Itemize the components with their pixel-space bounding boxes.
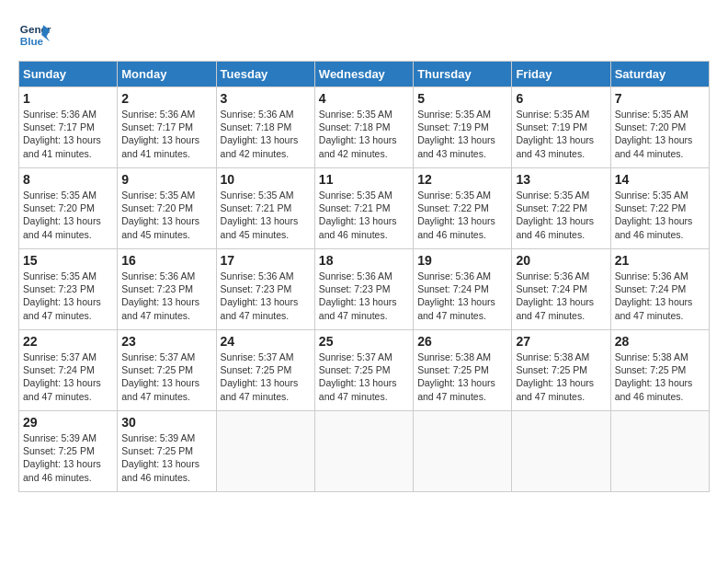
day-info: Sunrise: 5:35 AM Sunset: 7:21 PM Dayligh…	[221, 189, 311, 241]
day-info: Sunrise: 5:35 AM Sunset: 7:21 PM Dayligh…	[319, 189, 409, 241]
day-info: Sunrise: 5:38 AM Sunset: 7:25 PM Dayligh…	[516, 350, 606, 403]
calendar-cell	[610, 411, 709, 492]
day-number: 19	[417, 253, 507, 268]
col-header-monday: Monday	[118, 62, 216, 87]
calendar-cell: 2Sunrise: 5:36 AM Sunset: 7:17 PM Daylig…	[118, 87, 216, 168]
calendar-cell: 26Sunrise: 5:38 AM Sunset: 7:25 PM Dayli…	[414, 330, 512, 411]
day-info: Sunrise: 5:35 AM Sunset: 7:20 PM Dayligh…	[121, 189, 211, 241]
calendar-cell: 4Sunrise: 5:35 AM Sunset: 7:18 PM Daylig…	[314, 87, 413, 168]
day-number: 6	[516, 91, 606, 106]
col-header-friday: Friday	[512, 62, 610, 87]
day-number: 28	[615, 334, 705, 349]
calendar-cell: 1Sunrise: 5:36 AM Sunset: 7:17 PM Daylig…	[19, 87, 118, 168]
calendar-table: SundayMondayTuesdayWednesdayThursdayFrid…	[18, 61, 710, 492]
day-info: Sunrise: 5:39 AM Sunset: 7:25 PM Dayligh…	[121, 431, 211, 484]
calendar-cell: 6Sunrise: 5:35 AM Sunset: 7:19 PM Daylig…	[512, 87, 610, 168]
day-info: Sunrise: 5:36 AM Sunset: 7:17 PM Dayligh…	[23, 108, 113, 160]
day-info: Sunrise: 5:35 AM Sunset: 7:20 PM Dayligh…	[615, 108, 705, 160]
calendar-cell	[216, 411, 314, 492]
day-info: Sunrise: 5:36 AM Sunset: 7:23 PM Dayligh…	[221, 270, 311, 322]
calendar-cell: 17Sunrise: 5:36 AM Sunset: 7:23 PM Dayli…	[216, 249, 314, 330]
day-info: Sunrise: 5:36 AM Sunset: 7:24 PM Dayligh…	[516, 270, 606, 322]
day-info: Sunrise: 5:39 AM Sunset: 7:25 PM Dayligh…	[23, 431, 113, 484]
calendar-cell: 23Sunrise: 5:37 AM Sunset: 7:25 PM Dayli…	[118, 330, 216, 411]
col-header-tuesday: Tuesday	[216, 62, 314, 87]
day-number: 23	[121, 334, 211, 349]
day-number: 21	[615, 253, 705, 268]
day-number: 25	[319, 334, 409, 349]
col-header-thursday: Thursday	[414, 62, 512, 87]
logo-icon: General Blue	[18, 18, 51, 52]
calendar-cell: 11Sunrise: 5:35 AM Sunset: 7:21 PM Dayli…	[314, 168, 413, 249]
day-info: Sunrise: 5:36 AM Sunset: 7:18 PM Dayligh…	[221, 108, 311, 160]
day-number: 24	[221, 334, 311, 349]
day-number: 26	[417, 334, 507, 349]
day-number: 16	[121, 253, 211, 268]
day-number: 11	[319, 172, 409, 187]
day-info: Sunrise: 5:35 AM Sunset: 7:22 PM Dayligh…	[417, 189, 507, 241]
calendar-cell	[314, 411, 413, 492]
calendar-cell: 13Sunrise: 5:35 AM Sunset: 7:22 PM Dayli…	[512, 168, 610, 249]
logo: General Blue	[18, 18, 57, 52]
day-number: 14	[615, 172, 705, 187]
day-info: Sunrise: 5:35 AM Sunset: 7:20 PM Dayligh…	[23, 189, 113, 241]
calendar-cell: 15Sunrise: 5:35 AM Sunset: 7:23 PM Dayli…	[19, 249, 118, 330]
day-number: 8	[23, 172, 113, 187]
calendar-cell: 8Sunrise: 5:35 AM Sunset: 7:20 PM Daylig…	[19, 168, 118, 249]
calendar-cell: 10Sunrise: 5:35 AM Sunset: 7:21 PM Dayli…	[216, 168, 314, 249]
day-number: 7	[615, 91, 705, 106]
day-info: Sunrise: 5:37 AM Sunset: 7:25 PM Dayligh…	[319, 350, 409, 403]
day-info: Sunrise: 5:35 AM Sunset: 7:18 PM Dayligh…	[319, 108, 409, 160]
day-number: 18	[319, 253, 409, 268]
header: General Blue	[18, 18, 710, 52]
calendar-cell: 5Sunrise: 5:35 AM Sunset: 7:19 PM Daylig…	[414, 87, 512, 168]
calendar-cell: 24Sunrise: 5:37 AM Sunset: 7:25 PM Dayli…	[216, 330, 314, 411]
day-info: Sunrise: 5:35 AM Sunset: 7:19 PM Dayligh…	[516, 108, 606, 160]
calendar-cell: 27Sunrise: 5:38 AM Sunset: 7:25 PM Dayli…	[512, 330, 610, 411]
calendar-cell: 29Sunrise: 5:39 AM Sunset: 7:25 PM Dayli…	[19, 411, 118, 492]
day-number: 22	[23, 334, 113, 349]
col-header-sunday: Sunday	[19, 62, 118, 87]
day-info: Sunrise: 5:37 AM Sunset: 7:25 PM Dayligh…	[221, 350, 311, 403]
calendar-cell: 16Sunrise: 5:36 AM Sunset: 7:23 PM Dayli…	[118, 249, 216, 330]
calendar-cell: 19Sunrise: 5:36 AM Sunset: 7:24 PM Dayli…	[414, 249, 512, 330]
day-number: 29	[23, 415, 113, 430]
day-info: Sunrise: 5:35 AM Sunset: 7:22 PM Dayligh…	[516, 189, 606, 241]
col-header-wednesday: Wednesday	[314, 62, 413, 87]
day-info: Sunrise: 5:36 AM Sunset: 7:23 PM Dayligh…	[319, 270, 409, 322]
day-number: 3	[221, 91, 311, 106]
calendar-cell: 28Sunrise: 5:38 AM Sunset: 7:25 PM Dayli…	[610, 330, 709, 411]
svg-text:Blue: Blue	[20, 35, 44, 47]
day-number: 13	[516, 172, 606, 187]
day-info: Sunrise: 5:35 AM Sunset: 7:22 PM Dayligh…	[615, 189, 705, 241]
day-info: Sunrise: 5:36 AM Sunset: 7:23 PM Dayligh…	[121, 270, 211, 322]
calendar-cell	[512, 411, 610, 492]
day-info: Sunrise: 5:35 AM Sunset: 7:19 PM Dayligh…	[417, 108, 507, 160]
day-number: 1	[23, 91, 113, 106]
calendar-cell: 22Sunrise: 5:37 AM Sunset: 7:24 PM Dayli…	[19, 330, 118, 411]
day-info: Sunrise: 5:38 AM Sunset: 7:25 PM Dayligh…	[615, 350, 705, 403]
calendar-cell: 9Sunrise: 5:35 AM Sunset: 7:20 PM Daylig…	[118, 168, 216, 249]
day-number: 5	[417, 91, 507, 106]
calendar-cell: 18Sunrise: 5:36 AM Sunset: 7:23 PM Dayli…	[314, 249, 413, 330]
day-number: 20	[516, 253, 606, 268]
day-info: Sunrise: 5:38 AM Sunset: 7:25 PM Dayligh…	[417, 350, 507, 403]
day-info: Sunrise: 5:37 AM Sunset: 7:24 PM Dayligh…	[23, 350, 113, 403]
calendar-cell	[414, 411, 512, 492]
day-info: Sunrise: 5:36 AM Sunset: 7:24 PM Dayligh…	[417, 270, 507, 322]
col-header-saturday: Saturday	[610, 62, 709, 87]
day-info: Sunrise: 5:36 AM Sunset: 7:17 PM Dayligh…	[121, 108, 211, 160]
calendar-cell: 14Sunrise: 5:35 AM Sunset: 7:22 PM Dayli…	[610, 168, 709, 249]
day-number: 17	[221, 253, 311, 268]
day-number: 10	[221, 172, 311, 187]
day-number: 9	[121, 172, 211, 187]
day-number: 30	[121, 415, 211, 430]
day-info: Sunrise: 5:35 AM Sunset: 7:23 PM Dayligh…	[23, 270, 113, 322]
day-number: 15	[23, 253, 113, 268]
calendar-cell: 20Sunrise: 5:36 AM Sunset: 7:24 PM Dayli…	[512, 249, 610, 330]
calendar-cell: 21Sunrise: 5:36 AM Sunset: 7:24 PM Dayli…	[610, 249, 709, 330]
day-number: 27	[516, 334, 606, 349]
day-number: 4	[319, 91, 409, 106]
calendar-cell: 25Sunrise: 5:37 AM Sunset: 7:25 PM Dayli…	[314, 330, 413, 411]
day-number: 2	[121, 91, 211, 106]
